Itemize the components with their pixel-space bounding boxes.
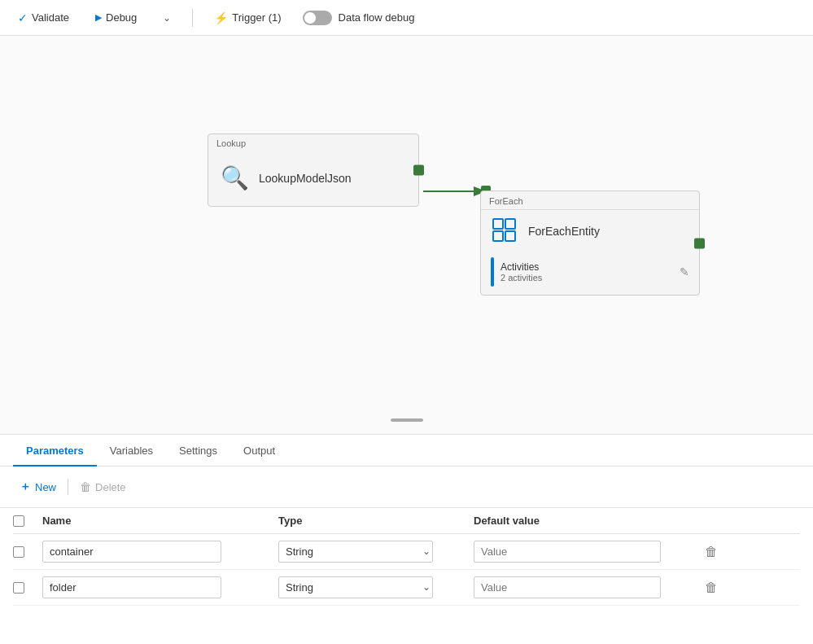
row1-value-cell [474, 541, 702, 563]
dropdown-button[interactable]: ⌄ [158, 9, 176, 27]
row1-value-input[interactable] [474, 541, 661, 563]
edit-icon[interactable]: ✎ [680, 265, 689, 278]
lookup-node[interactable]: Lookup 🔍 LookupModelJson [208, 134, 419, 207]
header-checkbox[interactable] [13, 515, 24, 527]
tab-settings[interactable]: Settings [166, 435, 230, 467]
foreach-icon [491, 217, 520, 246]
lightning-icon: ⚡ [214, 11, 228, 24]
toolbar-separator [68, 479, 68, 495]
trigger-label: Trigger (1) [232, 11, 281, 24]
validate-button[interactable]: ✓ Validate [13, 8, 74, 28]
params-toolbar: ＋ New 🗑 Delete [0, 467, 813, 508]
row1-delete-cell: 🗑 [702, 543, 742, 561]
row2-value-cell [474, 576, 702, 598]
tab-parameters[interactable]: Parameters [13, 435, 97, 467]
plus-icon: ＋ [20, 480, 31, 494]
toggle-knob [304, 12, 316, 24]
header-checkbox-cell [13, 515, 42, 527]
header-actions [702, 515, 742, 527]
tab-variables[interactable]: Variables [97, 435, 166, 467]
minimap-handle[interactable] [391, 418, 423, 422]
chevron-down-icon: ⌄ [163, 12, 171, 24]
foreach-body: ForEachEntity [481, 210, 699, 252]
trigger-button[interactable]: ⚡ Trigger (1) [209, 8, 286, 28]
new-label: New [35, 481, 56, 493]
header-default-value: Default value [474, 515, 702, 527]
row2-type-select-wrap: String Int Bool Array Object Float [278, 576, 437, 598]
new-button[interactable]: ＋ New [13, 476, 63, 497]
row2-value-input[interactable] [474, 576, 661, 598]
foreach-node-title: ForEach [481, 191, 699, 210]
lookup-node-title: Lookup [208, 134, 418, 150]
row2-delete-button[interactable]: 🗑 [702, 579, 721, 597]
lookup-connector-right [413, 165, 424, 176]
tabs-bar: Parameters Variables Settings Output [0, 435, 813, 467]
lookup-node-label: LookupModelJson [259, 172, 352, 185]
activities-count: 2 activities [500, 273, 673, 283]
delete-button[interactable]: 🗑 Delete [73, 477, 133, 497]
dataflow-toggle[interactable] [303, 11, 332, 25]
svg-rect-6 [505, 231, 515, 241]
lookup-node-body: 🔍 LookupModelJson [208, 150, 418, 206]
row2-type-select[interactable]: String Int Bool Array Object Float [278, 576, 433, 598]
row1-type-cell: String Int Bool Array Object Float [278, 541, 474, 563]
check-icon: ✓ [18, 11, 28, 24]
delete-label: Delete [95, 481, 126, 493]
divider [192, 9, 193, 27]
row1-name-cell [42, 541, 278, 563]
row2-checkbox[interactable] [13, 582, 24, 594]
table-header-row: Name Type Default value [13, 508, 800, 534]
toolbar: ✓ Validate ▶ Debug ⌄ ⚡ Trigger (1) Data … [0, 0, 813, 36]
row1-type-select-wrap: String Int Bool Array Object Float [278, 541, 437, 563]
row2-type-cell: String Int Bool Array Object Float [278, 576, 474, 598]
row1-delete-button[interactable]: 🗑 [702, 543, 721, 561]
row2-name-input[interactable] [42, 576, 221, 598]
debug-button[interactable]: ▶ Debug [90, 8, 142, 27]
trash-icon: 🗑 [80, 480, 91, 493]
foreach-activities: Activities 2 activities ✎ [481, 252, 699, 295]
dataflow-label: Data flow debug [339, 11, 415, 24]
table-row: String Int Bool Array Object Float 🗑 [13, 570, 800, 606]
pipeline-canvas[interactable]: Lookup 🔍 LookupModelJson ForEach ForEach… [0, 36, 813, 435]
play-icon: ▶ [95, 12, 102, 23]
foreach-connector-right [694, 238, 705, 248]
header-type: Type [278, 515, 474, 527]
row2-checkbox-cell [13, 582, 42, 594]
row1-checkbox-cell [13, 546, 42, 558]
bottom-panel: Parameters Variables Settings Output ＋ N… [0, 435, 813, 606]
row2-name-cell [42, 576, 278, 598]
activities-name: Activities [500, 261, 673, 273]
svg-rect-5 [505, 219, 515, 229]
foreach-node-label: ForEachEntity [528, 225, 600, 238]
svg-rect-3 [493, 219, 503, 229]
header-name: Name [42, 515, 278, 527]
svg-rect-4 [493, 231, 503, 241]
lookup-icon: 🔍 [218, 162, 251, 195]
tab-output[interactable]: Output [230, 435, 288, 467]
dataflow-toggle-container: Data flow debug [303, 11, 415, 25]
params-table: Name Type Default value String Int Bool … [0, 508, 813, 606]
foreach-node[interactable]: ForEach ForEachEntity Activities 2 activ… [480, 191, 700, 296]
activities-text: Activities 2 activities [500, 261, 673, 283]
row2-delete-cell: 🗑 [702, 579, 742, 597]
validate-label: Validate [32, 11, 69, 24]
row1-type-select[interactable]: String Int Bool Array Object Float [278, 541, 433, 563]
row1-checkbox[interactable] [13, 546, 24, 558]
activities-bar [491, 257, 494, 287]
debug-label: Debug [106, 11, 137, 24]
row1-name-input[interactable] [42, 541, 221, 563]
table-row: String Int Bool Array Object Float 🗑 [13, 534, 800, 570]
